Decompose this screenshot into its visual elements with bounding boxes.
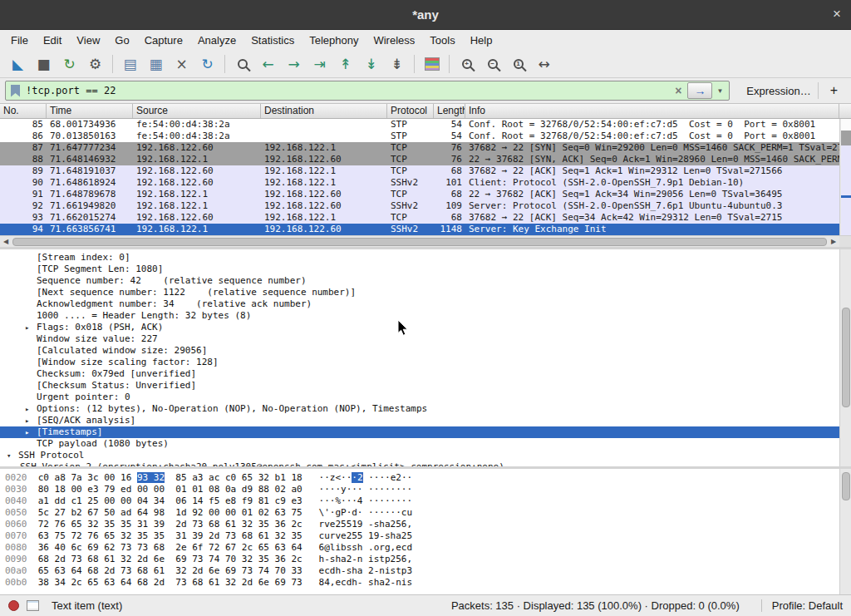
reload-capture-file-icon[interactable]: ↻ — [194, 53, 220, 76]
column-header-no[interactable]: No. — [0, 104, 47, 118]
menu-edit[interactable]: Edit — [36, 32, 69, 49]
save-capture-file-icon[interactable]: ▦ — [143, 53, 169, 76]
menu-capture[interactable]: Capture — [137, 32, 190, 49]
open-capture-file-icon[interactable]: ▤ — [117, 53, 143, 76]
find-packet-icon[interactable] — [229, 53, 255, 76]
detail-line[interactable]: ▾SSH Protocol — [0, 450, 839, 461]
details-vertical-scrollbar[interactable] — [839, 249, 851, 466]
column-header-protocol[interactable]: Protocol — [387, 104, 434, 118]
menu-statistics[interactable]: Statistics — [243, 32, 302, 49]
hex-row[interactable]: 0070 63 75 72 76 65 32 35 35 31 39 2d 73… — [5, 530, 839, 542]
hex-row[interactable]: 0080 36 40 6c 69 62 73 73 68 2e 6f 72 67… — [5, 542, 839, 554]
detail-line[interactable]: [Window size scaling factor: 128] — [0, 357, 839, 368]
packet-row[interactable]: 8771.647777234192.168.122.60192.168.122.… — [0, 142, 839, 154]
packet-row[interactable]: 8568.001734936fe:54:00:d4:38:2aSTP54Conf… — [0, 119, 839, 131]
detail-line[interactable]: ▸[Timestamps] — [0, 426, 839, 438]
detail-line[interactable]: [TCP Segment Len: 1080] — [0, 264, 839, 275]
go-back-icon[interactable]: ← — [255, 53, 281, 76]
packet-row[interactable]: 9271.661949820192.168.122.1192.168.122.6… — [0, 200, 839, 212]
expression-button[interactable]: Expression… — [740, 82, 817, 100]
column-header-source[interactable]: Source — [133, 104, 261, 118]
zoom-out-icon[interactable]: − — [480, 53, 505, 76]
go-to-packet-icon[interactable]: ⇥ — [307, 53, 332, 76]
hex-row[interactable]: 0020 c0 a8 7a 3c 00 16 93 32 85 a3 ac c0… — [5, 472, 839, 484]
packet-list-horizontal-scrollbar[interactable]: ◀ ▶ — [0, 235, 839, 247]
hex-row[interactable]: 00a0 65 63 64 68 2d 73 68 61 32 2d 6e 69… — [5, 565, 839, 577]
column-header-length[interactable]: Length — [434, 104, 465, 118]
filter-clear-icon[interactable]: × — [669, 84, 687, 97]
menu-analyze[interactable]: Analyze — [190, 32, 243, 49]
packet-row[interactable]: 8670.013850163fe:54:00:d4:38:2aSTP54Conf… — [0, 131, 839, 142]
resize-columns-icon[interactable]: ↔ — [531, 53, 557, 76]
capture-comment-icon[interactable] — [27, 600, 39, 611]
close-capture-file-icon[interactable]: × — [169, 53, 194, 76]
scroll-left-icon[interactable]: ◀ — [0, 238, 12, 245]
start-capture-icon[interactable]: ◣ — [5, 53, 31, 76]
hex-row[interactable]: 0050 5c 27 b2 67 50 ad 64 98 1d 92 00 00… — [5, 507, 839, 519]
colorize-packets-icon[interactable] — [419, 53, 445, 76]
detail-line[interactable]: TCP payload (1080 bytes) — [0, 438, 839, 450]
detail-line[interactable]: [Checksum Status: Unverified] — [0, 380, 839, 392]
filter-history-caret-icon[interactable]: ▼ — [714, 87, 729, 95]
detail-line[interactable]: ▸Flags: 0x018 (PSH, ACK) — [0, 322, 839, 333]
menu-wireless[interactable]: Wireless — [366, 32, 422, 49]
detail-line[interactable]: [Calculated window size: 29056] — [0, 345, 839, 357]
scroll-right-icon[interactable]: ▶ — [828, 238, 839, 245]
zoom-original-icon[interactable]: 1 — [505, 53, 531, 76]
detail-line[interactable]: ▸[SEQ/ACK analysis] — [0, 415, 839, 426]
close-icon[interactable]: × — [833, 6, 841, 22]
expander-collapsed-icon[interactable]: ▸ — [25, 403, 37, 415]
detail-line[interactable]: [Stream index: 0] — [0, 252, 839, 264]
hex-row[interactable]: 0060 72 76 65 32 35 35 31 39 2d 73 68 61… — [5, 519, 839, 530]
expander-collapsed-icon[interactable]: ▸ — [25, 426, 37, 438]
packet-row[interactable]: 9471.663856741192.168.122.1192.168.122.6… — [0, 224, 839, 235]
expander-expanded-icon[interactable]: ▾ — [7, 450, 18, 461]
detail-line[interactable]: Urgent pointer: 0 — [0, 392, 839, 403]
hex-row[interactable]: 0030 80 18 00 e3 79 ed 00 00 01 01 08 0a… — [5, 484, 839, 495]
packet-row[interactable]: 9071.648618924192.168.122.60192.168.122.… — [0, 177, 839, 189]
zoom-in-icon[interactable]: + — [454, 53, 480, 76]
menu-go[interactable]: Go — [107, 32, 136, 49]
go-last-packet-icon[interactable]: ↡ — [358, 53, 384, 76]
go-forward-icon[interactable]: → — [281, 53, 307, 76]
detail-line[interactable]: Checksum: 0x79ed [unverified] — [0, 368, 839, 380]
status-profile[interactable]: Profile: Default — [761, 599, 843, 612]
packet-row[interactable]: 9371.662015274192.168.122.60192.168.122.… — [0, 212, 839, 224]
bytes-scroll-thumb[interactable] — [842, 472, 850, 500]
hex-row[interactable]: 00b0 38 34 2c 65 63 64 68 2d 73 68 61 32… — [5, 577, 839, 589]
add-filter-button[interactable]: + — [818, 82, 846, 99]
detail-line[interactable]: Window size value: 227 — [0, 333, 839, 345]
detail-line[interactable]: Sequence number: 42 (relative sequence n… — [0, 275, 839, 287]
horizontal-scroll-thumb[interactable] — [12, 238, 827, 246]
column-header-info[interactable]: Info — [465, 104, 839, 118]
expert-info-icon[interactable] — [8, 600, 19, 611]
packet-row[interactable]: 9171.648789678192.168.122.1192.168.122.6… — [0, 189, 839, 200]
auto-scroll-icon[interactable]: ⇟ — [384, 53, 410, 76]
detail-line[interactable]: Acknowledgment number: 34 (relative ack … — [0, 298, 839, 310]
menu-file[interactable]: File — [3, 32, 36, 49]
column-header-destination[interactable]: Destination — [261, 104, 387, 118]
hex-row[interactable]: 0090 68 2d 73 68 61 32 2d 6e 69 73 74 70… — [5, 554, 839, 565]
menu-view[interactable]: View — [69, 32, 107, 49]
menu-telephony[interactable]: Telephony — [302, 32, 366, 49]
display-filter-input[interactable] — [26, 85, 669, 96]
filter-apply-button[interactable]: → — [687, 82, 712, 99]
capture-options-icon[interactable]: ⚙ — [82, 53, 108, 76]
detail-line[interactable]: [Next sequence number: 1122 (relative se… — [0, 287, 839, 298]
packet-row[interactable]: 8871.648146932192.168.122.1192.168.122.6… — [0, 154, 839, 165]
stop-capture-icon[interactable]: ■ — [31, 53, 57, 76]
filter-bookmark-icon[interactable] — [11, 85, 20, 97]
bytes-vertical-scrollbar[interactable] — [839, 469, 851, 594]
go-first-packet-icon[interactable]: ↟ — [332, 53, 358, 76]
menu-tools[interactable]: Tools — [422, 32, 462, 49]
details-scroll-thumb[interactable] — [842, 308, 850, 407]
expander-collapsed-icon[interactable]: ▸ — [25, 415, 37, 426]
column-header-time[interactable]: Time — [47, 104, 133, 118]
detail-line[interactable]: ▸Options: (12 bytes), No-Operation (NOP)… — [0, 403, 839, 415]
restart-capture-icon[interactable]: ↻ — [57, 53, 82, 76]
packet-row[interactable]: 8971.648191037192.168.122.60192.168.122.… — [0, 165, 839, 177]
packet-list-vertical-scrollbar[interactable] — [839, 119, 851, 235]
menu-help[interactable]: Help — [463, 32, 500, 49]
expander-collapsed-icon[interactable]: ▸ — [25, 322, 37, 333]
detail-line[interactable]: 1000 .... = Header Length: 32 bytes (8) — [0, 310, 839, 322]
